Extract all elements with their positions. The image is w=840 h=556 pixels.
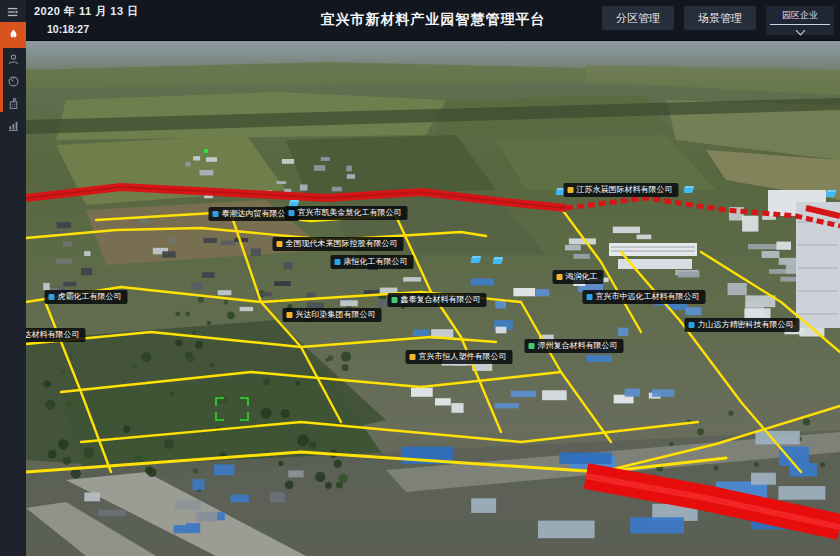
park-enterprises-dropdown-label: 园区企业 bbox=[770, 9, 830, 25]
vehicle-marker-icon[interactable] bbox=[492, 259, 502, 264]
sidebar-item-statistics[interactable] bbox=[0, 114, 26, 136]
company-pin-icon bbox=[689, 322, 695, 328]
company-pin-icon bbox=[568, 187, 574, 193]
company-label[interactable]: 宜兴市中远化工材料有限公司 bbox=[583, 290, 706, 304]
flame-icon bbox=[7, 28, 20, 42]
bar-chart-icon bbox=[7, 119, 20, 132]
sidebar-item-user[interactable] bbox=[0, 48, 26, 70]
sidebar-item-enterprise[interactable] bbox=[0, 92, 26, 114]
vehicle-marker-icon[interactable] bbox=[825, 192, 835, 197]
company-label-text: 全国现代未来国际控股有限公司 bbox=[286, 240, 398, 248]
company-label[interactable]: 全国现代未来国际控股有限公司 bbox=[273, 237, 404, 251]
scene-management-button[interactable]: 场景管理 bbox=[684, 6, 756, 30]
sidebar-accent-strip bbox=[0, 48, 3, 112]
company-label[interactable]: 鸿润化工 bbox=[553, 270, 604, 284]
sidebar bbox=[0, 0, 26, 556]
topbar: 2020 年 11 月 13 日 10:18:27 宜兴市新材料产业园智慧管理平… bbox=[26, 0, 840, 41]
company-label-text: 力山远方精密科技有限公司 bbox=[698, 321, 794, 329]
company-label[interactable]: 市凯顺达材料有限公司 bbox=[26, 328, 86, 342]
company-label-text: 泰潮达内贸有限公司 bbox=[222, 210, 294, 218]
company-pin-icon bbox=[335, 259, 341, 265]
company-pin-icon bbox=[587, 294, 593, 300]
current-date: 2020 年 11 月 13 日 bbox=[34, 4, 139, 19]
company-label[interactable]: 江苏永晨国际材料有限公司 bbox=[564, 183, 679, 197]
company-pin-icon bbox=[557, 274, 563, 280]
company-label-text: 江苏永晨国际材料有限公司 bbox=[577, 186, 673, 194]
company-pin-icon bbox=[287, 312, 293, 318]
company-label-text: 康恒化工有限公司 bbox=[344, 258, 408, 266]
company-label[interactable]: 虎霸化工有限公司 bbox=[45, 290, 128, 304]
company-label[interactable]: 兴达印染集团有限公司 bbox=[283, 308, 382, 322]
chevron-down-icon bbox=[795, 26, 805, 36]
gauge-icon bbox=[7, 75, 20, 88]
zone-management-button[interactable]: 分区管理 bbox=[602, 6, 674, 30]
company-label[interactable]: 宜兴市凯美金慧化工有限公司 bbox=[285, 206, 408, 220]
company-label-text: 市凯顺达材料有限公司 bbox=[26, 331, 80, 339]
sidebar-item-menu[interactable] bbox=[0, 2, 26, 22]
company-label-text: 宜兴市中远化工材料有限公司 bbox=[596, 293, 700, 301]
vehicle-marker-icon[interactable] bbox=[470, 258, 480, 263]
company-label[interactable]: 宜兴市恒人塑件有限公司 bbox=[406, 350, 513, 364]
company-pin-icon bbox=[49, 294, 55, 300]
company-label-text: 鸿润化工 bbox=[566, 273, 598, 281]
map-3d-viewport[interactable]: 泰潮达内贸有限公司 宜兴市凯美金慧化工有限公司 全国现代未来国际控股有限公司 康… bbox=[26, 40, 840, 556]
company-label-text: 鑫泰复合材料有限公司 bbox=[401, 296, 481, 304]
company-label[interactable]: 康恒化工有限公司 bbox=[331, 255, 414, 269]
company-label-text: 虎霸化工有限公司 bbox=[58, 293, 122, 301]
company-pin-icon bbox=[289, 210, 295, 216]
sidebar-item-fire-alarm[interactable] bbox=[0, 22, 26, 48]
company-label-text: 潭州复合材料有限公司 bbox=[538, 342, 618, 350]
company-label-text: 宜兴市恒人塑件有限公司 bbox=[419, 353, 507, 361]
company-label[interactable]: 鑫泰复合材料有限公司 bbox=[388, 293, 487, 307]
user-icon bbox=[7, 53, 20, 66]
company-pin-icon bbox=[410, 354, 416, 360]
company-pin-icon bbox=[392, 297, 398, 303]
company-label-text: 兴达印染集团有限公司 bbox=[296, 311, 376, 319]
company-pin-icon bbox=[529, 343, 535, 349]
sidebar-item-monitor[interactable] bbox=[0, 70, 26, 92]
company-pin-icon bbox=[213, 211, 219, 217]
current-time: 10:18:27 bbox=[47, 23, 139, 35]
hamburger-menu-icon bbox=[6, 6, 20, 18]
company-pin-icon bbox=[277, 241, 283, 247]
datetime-block: 2020 年 11 月 13 日 10:18:27 bbox=[34, 4, 139, 35]
company-label-text: 宜兴市凯美金慧化工有限公司 bbox=[298, 209, 402, 217]
vehicle-marker-icon[interactable] bbox=[683, 188, 693, 193]
company-label[interactable]: 力山远方精密科技有限公司 bbox=[685, 318, 800, 332]
park-enterprises-dropdown[interactable]: 园区企业 bbox=[766, 6, 834, 35]
enterprise-building-icon bbox=[7, 97, 20, 110]
topbar-actions: 分区管理 场景管理 园区企业 bbox=[602, 6, 834, 35]
company-label[interactable]: 潭州复合材料有限公司 bbox=[525, 339, 624, 353]
smart-park-platform: 2020 年 11 月 13 日 10:18:27 宜兴市新材料产业园智慧管理平… bbox=[0, 0, 840, 556]
